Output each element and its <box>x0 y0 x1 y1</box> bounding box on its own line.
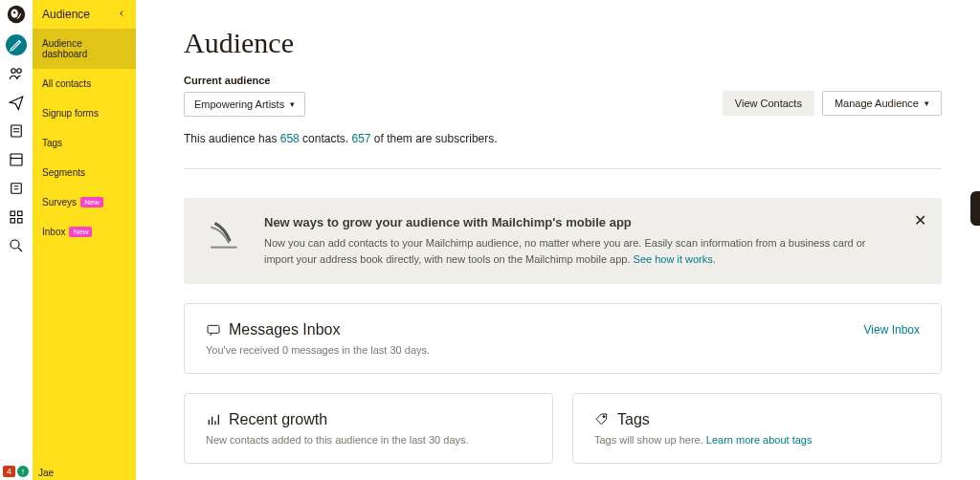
card-subtitle: Tags will show up here. <box>594 434 706 446</box>
tags-card: Tags Tags will show up here. Learn more … <box>572 393 942 464</box>
sidebar-user-label: Jae <box>38 468 54 478</box>
mobile-app-banner: New ways to grow your audience with Mail… <box>184 198 942 284</box>
sidebar-item-inbox[interactable]: Inbox New <box>33 217 136 247</box>
card-subtitle: You've received 0 messages in the last 3… <box>206 344 920 356</box>
sidebar-title: Audience <box>42 8 90 21</box>
svg-point-3 <box>11 69 16 74</box>
messages-inbox-card: Messages Inbox View Inbox You've receive… <box>184 303 942 374</box>
banner-body: Now you can add contacts to your Mailchi… <box>264 237 866 265</box>
sidebar-item-label: Inbox <box>42 227 65 237</box>
sidebar-user[interactable]: Jae <box>38 468 54 478</box>
svg-point-4 <box>17 69 22 74</box>
tag-icon <box>594 412 610 427</box>
tags-learn-link[interactable]: Learn more about tags <box>706 434 813 446</box>
chart-icon <box>206 412 221 427</box>
page-title: Audience <box>184 27 942 59</box>
sidebar-header[interactable]: Audience <box>33 0 136 29</box>
svg-rect-13 <box>208 325 219 333</box>
send-icon[interactable] <box>6 92 27 113</box>
main-content: Audience Current audience Empowering Art… <box>136 0 980 480</box>
card-title-text: Recent growth <box>229 411 327 428</box>
pencil-icon[interactable] <box>6 34 27 55</box>
card-title-text: Messages Inbox <box>229 321 341 338</box>
sidebar-item-label: Segments <box>42 167 85 178</box>
sidebar-item-contacts[interactable]: All contacts <box>33 69 136 98</box>
svg-point-14 <box>603 416 605 418</box>
sidebar-item-dashboard[interactable]: Audience dashboard <box>33 29 136 69</box>
svg-rect-7 <box>11 184 22 194</box>
view-contacts-button[interactable]: View Contacts <box>723 91 814 116</box>
banner-link[interactable]: See how it works. <box>634 253 716 265</box>
card-title-text: Tags <box>617 411 650 428</box>
sidebar-item-label: All contacts <box>42 78 91 89</box>
survey-icon[interactable] <box>6 178 27 199</box>
sidebar-item-label: Signup forms <box>42 108 99 119</box>
divider <box>184 168 942 169</box>
new-badge: New <box>80 197 103 207</box>
doc-icon[interactable] <box>6 120 27 142</box>
new-badge: New <box>69 227 92 237</box>
banner-title: New ways to grow your audience with Mail… <box>264 215 892 229</box>
sidebar-item-segments[interactable]: Segments <box>33 158 136 187</box>
chat-icon <box>206 322 221 338</box>
card-subtitle: New contacts added to this audience in t… <box>206 434 531 446</box>
audience-select-value: Empowering Artists <box>194 98 284 110</box>
chevron-left-icon <box>117 8 126 21</box>
sidebar-item-signup[interactable]: Signup forms <box>33 98 136 128</box>
grid-icon[interactable] <box>6 207 27 228</box>
side-tab[interactable] <box>970 191 980 226</box>
contact-count-link[interactable]: 658 <box>280 132 300 145</box>
svg-rect-8 <box>11 211 15 216</box>
search-icon[interactable] <box>6 235 27 256</box>
view-inbox-link[interactable]: View Inbox <box>864 323 920 337</box>
sidebar-item-tags[interactable]: Tags <box>33 128 136 158</box>
audience-select[interactable]: Empowering Artists ▾ <box>184 92 305 117</box>
brand-logo[interactable] <box>6 4 27 25</box>
svg-rect-6 <box>11 154 22 165</box>
users-icon[interactable] <box>6 63 27 84</box>
sidebar-item-label: Tags <box>42 138 62 148</box>
svg-point-2 <box>13 11 15 13</box>
sidebar: Audience Audience dashboard All contacts… <box>33 0 136 480</box>
footer-status-badge[interactable]: ↑ <box>17 466 29 477</box>
recent-growth-card: Recent growth New contacts added to this… <box>184 393 553 464</box>
current-audience-label: Current audience <box>184 75 305 86</box>
svg-point-12 <box>11 240 19 249</box>
footer-error-badge[interactable]: 4 <box>3 466 15 477</box>
close-icon[interactable]: ✕ <box>914 211 926 229</box>
banner-illustration <box>205 215 245 255</box>
svg-rect-11 <box>18 219 23 224</box>
chevron-down-icon: ▾ <box>290 99 295 109</box>
sidebar-item-surveys[interactable]: Surveys New <box>33 187 136 217</box>
svg-rect-10 <box>11 219 15 224</box>
layout-icon[interactable] <box>6 149 27 170</box>
audience-summary: This audience has 658 contacts. 657 of t… <box>184 132 942 145</box>
sidebar-item-label: Audience dashboard <box>42 38 126 59</box>
svg-rect-5 <box>11 125 22 137</box>
svg-rect-9 <box>18 211 23 216</box>
chevron-down-icon: ▾ <box>924 98 929 108</box>
sidebar-item-label: Surveys <box>42 197 77 207</box>
manage-audience-button[interactable]: Manage Audience ▾ <box>822 91 942 116</box>
subscriber-count-link[interactable]: 657 <box>351 132 370 145</box>
